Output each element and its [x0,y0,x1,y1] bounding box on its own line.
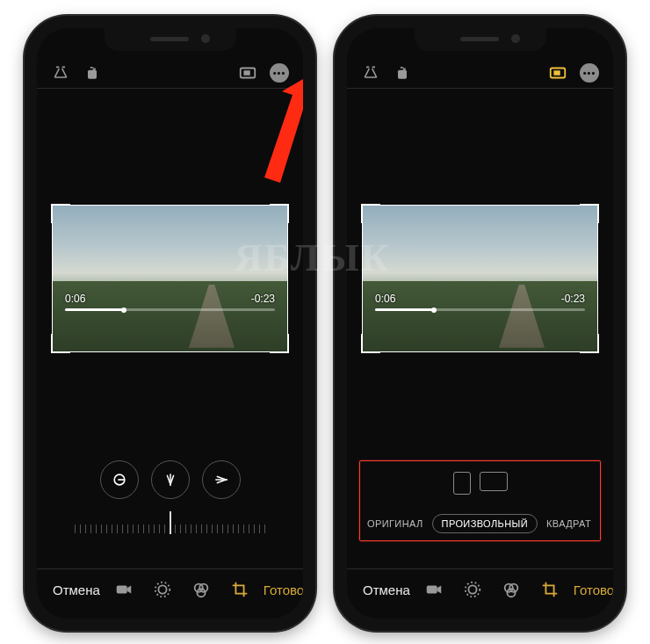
crop-handle-tl[interactable] [361,204,380,223]
svg-rect-0 [88,70,97,79]
phone-mock-right: ••• 0:06 -0:23 [335,16,625,631]
phone-mock-left: ••• 0:06 -0:23 [25,16,315,631]
crop-handle-tr[interactable] [580,204,599,223]
crop-tab-icon[interactable] [540,580,560,599]
flip-horizontal-icon[interactable] [51,63,70,83]
crop-tab-icon[interactable] [230,580,249,599]
aspect-ratio-options: ОРИГИНАЛ ПРОИЗВОЛЬНЫЙ КВАДРАТ 16:9 [360,514,600,533]
crop-handle-bl[interactable] [361,334,380,353]
svg-rect-17 [427,585,437,593]
svg-point-19 [466,582,480,597]
aspect-option-freeform[interactable]: ПРОИЗВОЛЬНЫЙ [432,514,538,533]
video-scrubber[interactable]: 0:06 -0:23 [65,285,275,311]
rotate-icon[interactable] [393,63,412,83]
aspect-ratio-panel: ОРИГИНАЛ ПРОИЗВОЛЬНЫЙ КВАДРАТ 16:9 [359,460,601,541]
notch [415,28,546,51]
adjust-tab-icon[interactable] [463,580,482,599]
crop-top-toolbar: ••• [347,58,613,89]
done-button[interactable]: Готово [264,582,303,597]
video-crop-frame[interactable]: 0:06 -0:23 [53,206,287,351]
elapsed-time: 0:06 [65,293,85,305]
notch [105,28,236,51]
svg-point-22 [507,589,515,597]
aspect-ratio-icon[interactable] [238,63,257,83]
crop-handle-br[interactable] [580,334,599,353]
cancel-button[interactable]: Отмена [363,582,410,597]
svg-rect-4 [118,479,124,481]
svg-rect-16 [553,70,560,76]
cancel-button[interactable]: Отмена [53,582,100,597]
crop-handle-tr[interactable] [270,204,289,223]
screen-right: ••• 0:06 -0:23 [347,28,613,619]
crop-handle-tl[interactable] [51,204,70,223]
horizontal-perspective-button[interactable] [202,460,241,499]
svg-rect-7 [117,585,127,593]
svg-point-18 [468,585,476,593]
filters-tab-icon[interactable] [191,580,211,599]
orientation-row [360,472,600,495]
video-preview [363,206,597,351]
transform-controls [37,460,303,499]
more-icon[interactable]: ••• [580,63,599,83]
screen-left: ••• 0:06 -0:23 [37,28,303,619]
crop-handle-bl[interactable] [51,334,70,353]
aspect-ratio-icon[interactable] [548,63,567,83]
svg-rect-14 [398,70,407,79]
crop-handle-br[interactable] [270,334,289,353]
svg-marker-13 [264,79,303,183]
svg-point-8 [158,585,166,593]
aspect-option-square[interactable]: КВАДРАТ [546,518,591,529]
rotate-icon[interactable] [83,63,102,83]
video-tab-icon[interactable] [114,580,134,599]
editor-bottom-bar: Отмена Готово [37,568,303,610]
remaining-time: -0:23 [561,293,585,305]
straighten-button[interactable] [100,460,139,499]
svg-point-9 [155,582,170,597]
remaining-time: -0:23 [251,293,275,305]
aspect-option-original[interactable]: ОРИГИНАЛ [367,518,423,529]
flip-horizontal-icon[interactable] [361,63,380,83]
svg-point-12 [197,589,205,597]
editor-bottom-bar: Отмена Готово [347,568,613,610]
orientation-portrait[interactable] [453,472,471,495]
crop-top-toolbar: ••• [37,58,303,89]
filters-tab-icon[interactable] [502,580,521,599]
more-icon[interactable]: ••• [270,63,289,83]
video-scrubber[interactable]: 0:06 -0:23 [375,285,585,311]
rotation-dial[interactable] [67,513,273,538]
video-crop-frame[interactable]: 0:06 -0:23 [363,206,597,351]
elapsed-time: 0:06 [375,293,395,305]
orientation-landscape[interactable] [480,472,508,491]
svg-rect-2 [243,70,249,76]
video-preview [53,206,287,351]
adjust-tab-icon[interactable] [153,580,172,599]
vertical-perspective-button[interactable] [151,460,190,499]
done-button[interactable]: Готово [574,582,613,597]
video-tab-icon[interactable] [424,580,444,599]
annotation-arrow [242,79,303,185]
